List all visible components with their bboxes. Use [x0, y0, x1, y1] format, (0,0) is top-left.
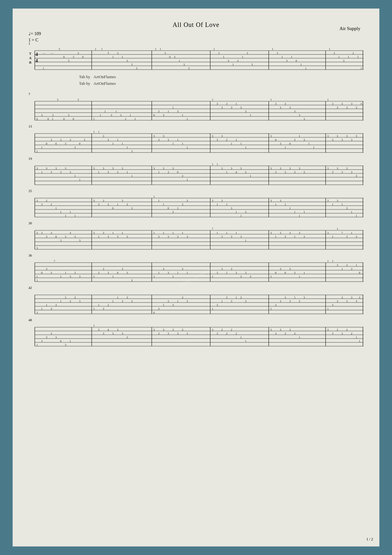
svg-text:3: 3: [270, 231, 272, 234]
svg-text:1: 1: [41, 307, 43, 310]
svg-text:1: 1: [236, 231, 237, 234]
svg-text:2: 2: [346, 328, 348, 331]
svg-text:3: 3: [107, 203, 109, 206]
tab-section-9: 48 1 3 3 3 3 0 3 1 1 3 3: [28, 322, 364, 348]
svg-text:3: 3: [280, 300, 281, 303]
svg-text:0: 0: [82, 55, 84, 59]
svg-text:3: 3: [131, 300, 133, 303]
credit-label-1: Tab by: [79, 74, 90, 80]
svg-text:1: 1: [221, 300, 223, 303]
svg-text:3: 3: [221, 106, 223, 109]
svg-text:3: 3: [217, 138, 218, 141]
svg-text:3: 3: [341, 138, 343, 141]
svg-text:3: 3: [303, 171, 305, 174]
svg-text:3: 3: [237, 59, 239, 62]
svg-text:3: 3: [332, 102, 334, 105]
svg-text:0: 0: [55, 235, 57, 238]
svg-text:3: 3: [351, 267, 352, 271]
svg-text:3: 3: [77, 52, 79, 55]
svg-text:1: 1: [187, 271, 188, 274]
svg-text:1: 1: [163, 303, 164, 307]
svg-text:1: 1: [351, 231, 352, 234]
svg-text:1: 1: [291, 55, 292, 59]
svg-text:3: 3: [122, 300, 123, 303]
svg-text:3: 3: [286, 59, 288, 62]
svg-text:3: 3: [41, 231, 43, 234]
svg-text:3: 3: [221, 134, 223, 138]
svg-text:1: 1: [60, 300, 62, 303]
svg-text:3: 3: [294, 271, 296, 274]
svg-text:3: 3: [337, 106, 338, 109]
svg-text:1: 1: [36, 279, 38, 282]
svg-text:3: 3: [285, 171, 286, 174]
svg-text:3: 3: [280, 328, 281, 331]
svg-text:3: 3: [70, 171, 71, 174]
svg-text:3: 3: [183, 63, 185, 66]
svg-text:1: 1: [341, 203, 343, 206]
svg-text:3: 3: [163, 114, 164, 117]
tempo-marking: ♩= 109: [28, 31, 364, 36]
svg-text:3: 3: [351, 138, 352, 141]
svg-text:1: 1: [360, 67, 362, 70]
svg-text:3: 3: [332, 171, 334, 174]
svg-text:3: 3: [103, 167, 104, 170]
svg-text:3: 3: [337, 199, 338, 202]
svg-text:3: 3: [245, 300, 247, 303]
svg-text:1: 1: [299, 134, 300, 138]
svg-text:2: 2: [226, 332, 228, 335]
svg-text:1: 1: [172, 275, 174, 278]
svg-text:2: 2: [337, 328, 338, 331]
svg-text:3: 3: [245, 271, 247, 274]
svg-text:3: 3: [153, 134, 155, 138]
svg-text:3: 3: [275, 332, 277, 335]
svg-text:3: 3: [182, 267, 183, 271]
svg-text:3: 3: [84, 138, 85, 141]
svg-text:0: 0: [79, 142, 81, 145]
svg-text:0: 0: [112, 207, 114, 210]
svg-text:4: 4: [236, 171, 237, 174]
svg-text:1: 1: [158, 271, 160, 274]
svg-text:3: 3: [280, 231, 281, 234]
svg-text:3: 3: [289, 167, 291, 170]
svg-text:3: 3: [182, 328, 183, 331]
measure-number-30: 30: [28, 221, 32, 225]
svg-text:0: 0: [275, 138, 277, 141]
svg-text:3: 3: [285, 332, 286, 335]
svg-text:3: 3: [277, 52, 278, 55]
svg-text:3: 3: [212, 134, 213, 138]
svg-text:3: 3: [327, 134, 329, 138]
svg-text:0: 0: [36, 117, 38, 121]
svg-text:1: 1: [242, 55, 243, 59]
svg-text:1: 1: [130, 114, 131, 117]
svg-text:A: A: [29, 56, 32, 60]
svg-text:3: 3: [65, 167, 66, 170]
svg-text:3: 3: [79, 275, 81, 278]
tab-staff-9: 1 3 3 3 3 0 3 1 1 3 3 4 3 3 3 3 3 3 3 3 …: [28, 322, 364, 348]
svg-text:1: 1: [357, 55, 359, 59]
svg-text:2: 2: [352, 52, 354, 55]
svg-text:3: 3: [168, 171, 169, 174]
svg-text:3: 3: [280, 267, 281, 271]
svg-text:1: 1: [93, 275, 95, 278]
svg-text:0: 0: [46, 142, 47, 145]
svg-text:2: 2: [231, 328, 232, 331]
svg-text:1: 1: [240, 336, 242, 339]
svg-text:1: 1: [332, 235, 334, 238]
svg-text:3: 3: [117, 235, 119, 238]
svg-text:1: 1: [117, 203, 119, 206]
svg-text:3: 3: [346, 167, 348, 170]
svg-text:3: 3: [289, 106, 291, 109]
svg-text:3: 3: [327, 231, 329, 234]
svg-text:3: 3: [46, 267, 47, 271]
svg-text:1: 1: [313, 146, 315, 149]
svg-text:—: —: [42, 51, 46, 54]
svg-text:3: 3: [111, 114, 112, 117]
svg-text:1: 1: [187, 178, 188, 181]
tab-staff-3: 1 1 0 3 0 3 3 3 3 0 3 1 1 3 3 1 1 1 1 3 …: [28, 129, 364, 154]
svg-text:3: 3: [337, 264, 338, 267]
svg-text:3: 3: [51, 138, 52, 141]
svg-text:1: 1: [294, 235, 296, 238]
svg-text:3: 3: [299, 114, 300, 117]
svg-text:3: 3: [221, 167, 223, 170]
svg-text:3: 3: [231, 106, 232, 109]
